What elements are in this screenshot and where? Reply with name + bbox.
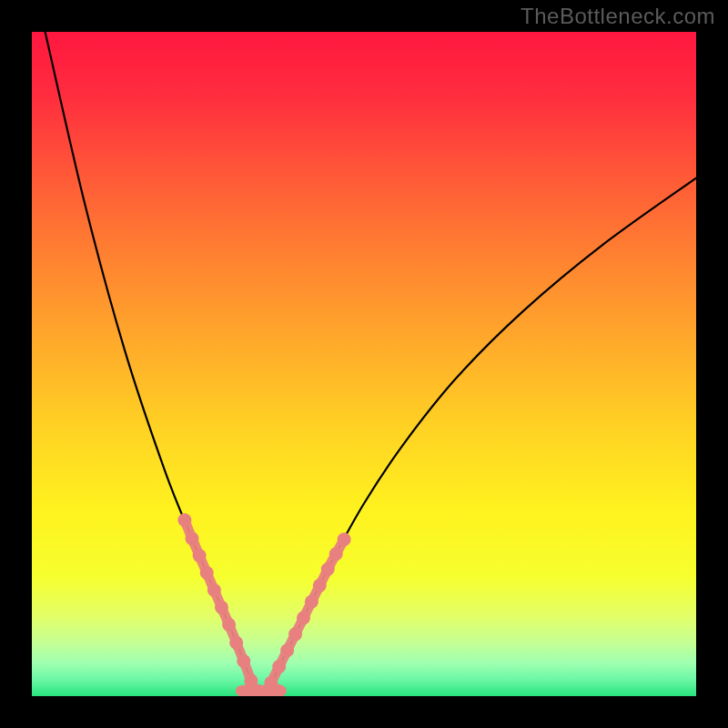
overlay-right-dot — [297, 612, 310, 625]
overlay-right-dot — [329, 547, 343, 561]
overlay-right-dot — [288, 627, 302, 641]
watermark-text: TheBottleneck.com — [521, 4, 715, 29]
curve-layer — [32, 32, 696, 696]
overlay-left-dot — [193, 549, 207, 562]
overlay-right-dot — [338, 532, 351, 546]
overlay-left-dot — [177, 513, 191, 527]
curve-left-branch — [46, 32, 258, 696]
overlay-right-dot — [313, 579, 327, 592]
overlay-left-dot — [200, 566, 214, 580]
chart-container: TheBottleneck.com — [0, 0, 728, 728]
overlay-right-dot — [321, 562, 335, 576]
overlay-left-dot — [237, 654, 250, 668]
overlay-left-dot — [229, 636, 243, 650]
curve-right-branch — [258, 178, 696, 696]
overlay-right-dot — [272, 660, 286, 673]
overlay-left-dot — [207, 583, 221, 597]
overlay-left-dot — [215, 601, 228, 614]
overlay-left-dot — [222, 618, 236, 632]
overlay-right-dot — [280, 643, 294, 657]
plot-area — [32, 32, 696, 696]
overlay-right-dot — [305, 595, 318, 609]
overlay-left-dot — [186, 531, 199, 545]
